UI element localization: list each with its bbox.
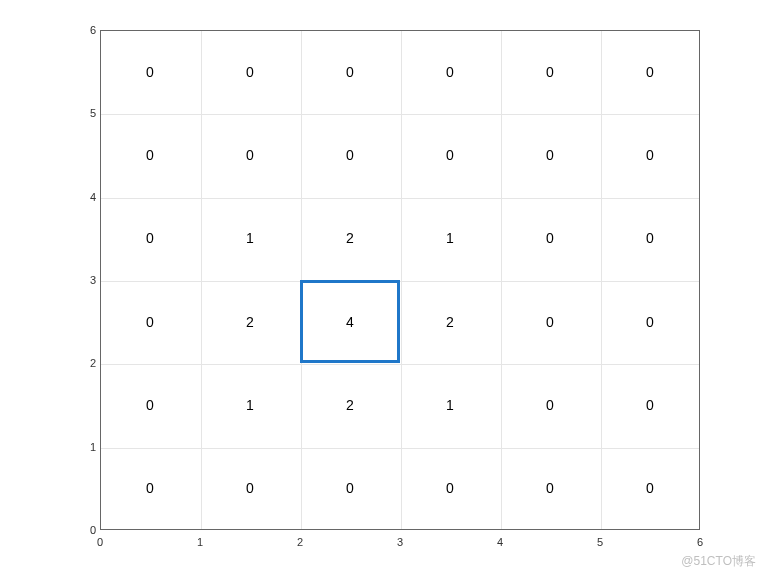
- y-tick-label: 5: [82, 107, 96, 119]
- cell-value: 2: [346, 397, 354, 413]
- y-tick-label: 4: [82, 191, 96, 203]
- x-tick-label: 3: [397, 536, 403, 548]
- cell-value: 0: [146, 397, 154, 413]
- cell-value: 0: [446, 64, 454, 80]
- x-tick-label: 5: [597, 536, 603, 548]
- cell-value: 0: [646, 147, 654, 163]
- cell-value: 1: [446, 230, 454, 246]
- x-tick-label: 4: [497, 536, 503, 548]
- cell-value: 0: [346, 480, 354, 496]
- gridline-h: [101, 114, 699, 115]
- cell-value: 0: [546, 147, 554, 163]
- cell-value: 1: [246, 397, 254, 413]
- x-tick-label: 0: [97, 536, 103, 548]
- cell-value: 2: [446, 314, 454, 330]
- cell-value: 0: [146, 230, 154, 246]
- y-tick-label: 2: [82, 357, 96, 369]
- cell-value: 0: [346, 64, 354, 80]
- cell-value: 1: [246, 230, 254, 246]
- cell-value: 0: [346, 147, 354, 163]
- cell-value: 0: [146, 64, 154, 80]
- gridline-v: [201, 31, 202, 529]
- cell-value: 0: [246, 147, 254, 163]
- cell-value: 0: [146, 147, 154, 163]
- cell-value: 0: [646, 64, 654, 80]
- cell-value: 2: [346, 230, 354, 246]
- x-tick-label: 6: [697, 536, 703, 548]
- cell-value: 2: [246, 314, 254, 330]
- gridline-v: [301, 31, 302, 529]
- cell-value: 0: [246, 64, 254, 80]
- cell-value: 0: [146, 480, 154, 496]
- y-tick-label: 1: [82, 441, 96, 453]
- cell-value: 0: [646, 480, 654, 496]
- cell-value: 0: [546, 64, 554, 80]
- y-tick-label: 0: [82, 524, 96, 536]
- cell-value: 0: [246, 480, 254, 496]
- cell-value: 0: [646, 230, 654, 246]
- cell-value: 0: [546, 230, 554, 246]
- gridline-v: [601, 31, 602, 529]
- cell-value: 1: [446, 397, 454, 413]
- cell-value: 0: [546, 480, 554, 496]
- y-tick-label: 3: [82, 274, 96, 286]
- x-tick-label: 1: [197, 536, 203, 548]
- watermark: @51CTO博客: [681, 553, 756, 570]
- cell-value: 0: [546, 314, 554, 330]
- gridline-h: [101, 198, 699, 199]
- gridline-h: [101, 281, 699, 282]
- cell-value: 0: [446, 147, 454, 163]
- gridline-h: [101, 364, 699, 365]
- cell-value: 0: [546, 397, 554, 413]
- x-tick-label: 2: [297, 536, 303, 548]
- cell-value: 0: [146, 314, 154, 330]
- plot-area: [100, 30, 700, 530]
- cell-value: 0: [646, 397, 654, 413]
- cell-value: 4: [346, 314, 354, 330]
- y-tick-label: 6: [82, 24, 96, 36]
- cell-value: 0: [446, 480, 454, 496]
- cell-value: 0: [646, 314, 654, 330]
- gridline-h: [101, 448, 699, 449]
- gridline-v: [501, 31, 502, 529]
- gridline-v: [401, 31, 402, 529]
